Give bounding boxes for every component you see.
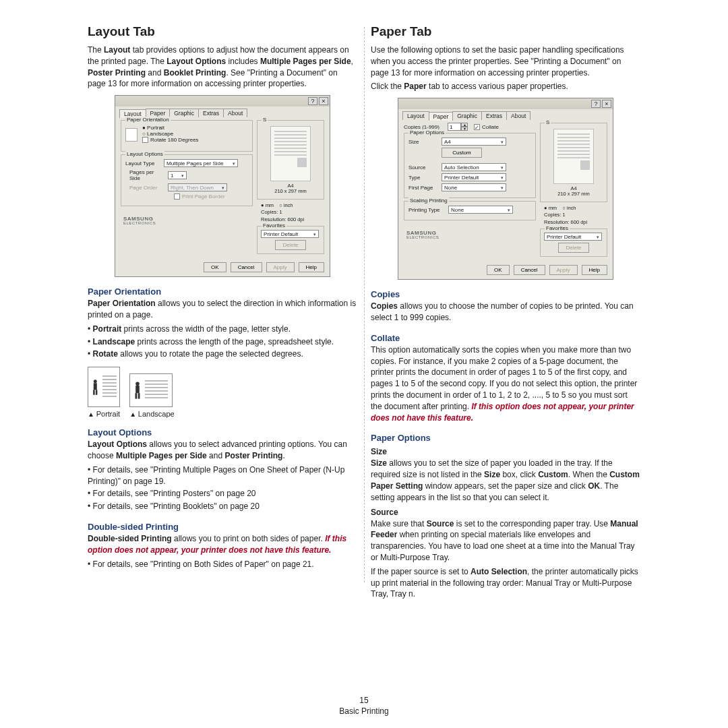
- h3-double-sided: Double-sided Printing: [88, 522, 357, 532]
- radio-inch[interactable]: inch: [562, 205, 576, 211]
- spin-copies[interactable]: ▴▾: [448, 123, 468, 131]
- person-icon: [133, 381, 142, 400]
- intro-paper: Use the following options to set the bas…: [371, 44, 640, 78]
- dsp-desc: Double-sided Printing allows you to prin…: [88, 533, 357, 556]
- h3-paper-options: Paper Options: [371, 433, 640, 443]
- group-favorites: Favorites Printer Default Delete: [540, 229, 607, 257]
- preview-pane: S A4210 x 297 mm: [257, 120, 324, 200]
- close-icon[interactable]: ×: [319, 97, 328, 105]
- ok-button[interactable]: OK: [204, 262, 226, 272]
- caption-landscape: Landscape: [129, 410, 175, 418]
- select-layout-type[interactable]: Multiple Pages per Side: [164, 159, 238, 167]
- svg-point-4: [135, 382, 140, 386]
- tabstrip: Layout Paper Graphic Extras About: [115, 107, 330, 117]
- lo-desc: Layout Options allows you to select adva…: [88, 439, 357, 462]
- check-rotate[interactable]: [142, 137, 148, 143]
- caption-portrait: Portrait: [88, 410, 120, 418]
- page-number: 15: [0, 696, 728, 705]
- ok-button[interactable]: OK: [487, 265, 510, 275]
- svg-rect-5: [135, 386, 140, 393]
- svg-rect-2: [93, 390, 95, 395]
- radio-portrait[interactable]: Portrait: [142, 125, 199, 131]
- check-print-page-border: [174, 193, 180, 200]
- source-desc1: Make sure that Source is set to the corr…: [371, 518, 640, 564]
- h3-collate: Collate: [371, 333, 640, 343]
- h4-source: Source: [371, 508, 640, 517]
- svg-point-0: [94, 380, 97, 383]
- po-desc: Paper Orientation allows you to select t…: [88, 298, 357, 321]
- size-desc: Size allows you to set the size of paper…: [371, 458, 640, 503]
- group-layout-options: Layout Options Layout TypeMultiple Pages…: [121, 154, 253, 206]
- svg-rect-6: [135, 393, 138, 398]
- click-paper: Click the Paper tab to access various pa…: [371, 81, 640, 92]
- h3-copies: Copies: [371, 289, 640, 299]
- tab-about[interactable]: About: [506, 111, 530, 120]
- po-bullets: Portrait prints across the width of the …: [88, 324, 357, 360]
- tab-layout[interactable]: Layout: [402, 111, 429, 120]
- lo-bullets: For details, see "Printing Multiple Page…: [88, 464, 357, 512]
- help-icon[interactable]: ?: [591, 100, 601, 108]
- select-size[interactable]: A4: [442, 138, 506, 146]
- portrait-thumb-icon: [88, 367, 120, 407]
- select-first-page[interactable]: None: [442, 183, 506, 191]
- svg-rect-7: [138, 393, 140, 398]
- tabstrip: Layout Paper Graphic Extras About: [398, 109, 613, 120]
- brand-logo: SAMSUNGELECTRONICS: [121, 209, 253, 226]
- radio-mm[interactable]: mm: [544, 205, 557, 211]
- group-favorites: Favorites Printer Default Delete: [257, 226, 324, 254]
- dialog-paper: ? × Layout Paper Graphic Extras About Co…: [398, 98, 613, 280]
- select-page-order: Right, Then Down: [168, 183, 227, 191]
- select-pages-per-side[interactable]: 1: [168, 171, 187, 179]
- delete-button: Delete: [558, 243, 588, 253]
- cancel-button[interactable]: Cancel: [231, 262, 262, 272]
- orientation-figures: Portrait Landscape: [88, 367, 357, 418]
- radio-landscape[interactable]: Landscape: [142, 131, 199, 137]
- collate-desc: This option automatically sorts the copi…: [371, 344, 640, 424]
- landscape-thumb-icon: [129, 373, 173, 407]
- radio-mm[interactable]: mm: [261, 202, 274, 208]
- group-paper-orientation: Paper Orientation Portrait Landscape Rot…: [121, 120, 253, 152]
- delete-button: Delete: [275, 240, 305, 250]
- h3-layout-options: Layout Options: [88, 427, 357, 437]
- info-copies: Copies: 1: [257, 208, 324, 216]
- info-copies: Copies: 1: [540, 211, 607, 218]
- close-icon[interactable]: ×: [602, 100, 611, 108]
- apply-button: Apply: [266, 262, 295, 272]
- select-source[interactable]: Auto Selection: [442, 163, 506, 171]
- tab-graphic[interactable]: Graphic: [452, 111, 482, 120]
- apply-button: Apply: [549, 265, 578, 275]
- preview-pane: S A4210 x 297 mm: [540, 123, 607, 202]
- help-button[interactable]: Help: [582, 265, 607, 275]
- cancel-button[interactable]: Cancel: [514, 265, 545, 275]
- help-icon[interactable]: ?: [308, 97, 317, 105]
- tab-extras[interactable]: Extras: [198, 109, 224, 117]
- check-collate[interactable]: [474, 124, 480, 130]
- preview-sheet-icon: [553, 129, 594, 184]
- h3-paper-orientation: Paper Orientation: [88, 286, 357, 297]
- help-button[interactable]: Help: [299, 262, 324, 272]
- select-favorites[interactable]: Printer Default: [261, 230, 319, 238]
- tab-about[interactable]: About: [223, 109, 247, 117]
- copies-desc: Copies allows you to choose the number o…: [371, 301, 640, 324]
- tab-graphic[interactable]: Graphic: [169, 109, 199, 117]
- select-favorites[interactable]: Printer Default: [544, 233, 602, 241]
- section-title: Basic Printing: [0, 706, 728, 716]
- select-printing-type[interactable]: None: [448, 206, 513, 214]
- source-desc2: If the paper source is set to Auto Selec…: [371, 566, 640, 600]
- heading-layout-tab: Layout Tab: [88, 24, 357, 39]
- heading-paper-tab: Paper Tab: [371, 24, 640, 39]
- preview-sheet-icon: [270, 126, 311, 181]
- select-type[interactable]: Printer Default: [442, 173, 506, 181]
- svg-rect-3: [96, 390, 98, 395]
- brand-logo: SAMSUNGELECTRONICS: [404, 223, 536, 241]
- tab-extras[interactable]: Extras: [481, 111, 507, 120]
- person-icon: [91, 379, 100, 396]
- dsp-bullets: For details, see "Printing on Both Sides…: [88, 559, 357, 570]
- intro-layout: The Layout tab provides options to adjus…: [88, 44, 357, 90]
- radio-inch[interactable]: inch: [279, 202, 293, 208]
- tab-paper[interactable]: Paper: [429, 112, 454, 121]
- group-paper-options: Paper Options SizeA4 Custom SourceAuto S…: [404, 133, 536, 198]
- column-divider: [364, 27, 365, 582]
- footer: 15 Basic Printing: [0, 696, 728, 716]
- custom-button[interactable]: Custom: [442, 148, 482, 158]
